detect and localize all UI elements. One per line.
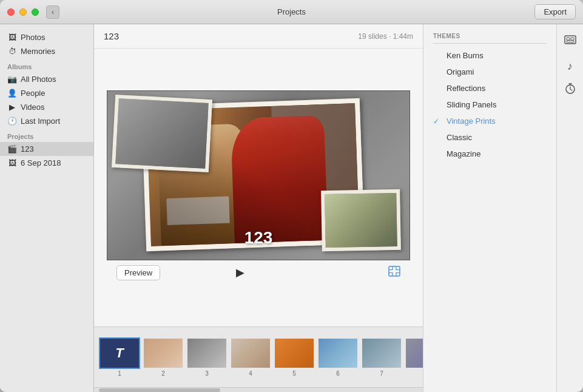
thumb-number-6: 6 (336, 370, 340, 377)
photos-icon: 🖼 (7, 33, 17, 42)
sidebar-item-project-123[interactable]: 🎬 123 (0, 142, 93, 156)
slideshow-svg-icon (564, 34, 577, 47)
slideshow-title: 123 (244, 228, 273, 248)
right-section: THEMES Ken Burns Origami Reflections (423, 24, 583, 392)
sidebar-item-people-label: People (21, 89, 45, 98)
thumbnail-7-inner (362, 339, 401, 368)
fullscreen-button[interactable] (388, 266, 400, 280)
fullscreen-icon (388, 266, 400, 277)
thumbnail-2-inner (144, 339, 183, 368)
secondary-photo (112, 94, 212, 172)
filmstrip: T 1 2 3 (94, 326, 423, 387)
right-panel: THEMES Ken Burns Origami Reflections (423, 24, 556, 392)
themes-list: Ken Burns Origami Reflections Sliding Pa… (423, 47, 556, 392)
theme-sliding-panels[interactable]: Sliding Panels (423, 96, 556, 113)
thumbnail-6[interactable] (317, 337, 359, 369)
svg-rect-3 (571, 38, 574, 40)
thumb-number-7: 7 (380, 370, 383, 377)
photo-collage: 123 (107, 91, 409, 260)
sidebar-item-memories[interactable]: ⏱ Memories (0, 44, 93, 58)
sidebar-item-people[interactable]: 👤 People (0, 86, 93, 100)
play-button[interactable]: ▶ (236, 266, 244, 279)
theme-classic-label: Classic (447, 133, 472, 142)
thumb-wrapper-1: T 1 (99, 337, 140, 377)
filmstrip-scrollbar[interactable] (94, 387, 423, 392)
minimize-button[interactable] (19, 8, 27, 16)
sidebar-item-photos-label: Photos (21, 33, 45, 42)
window-title: Projects (277, 7, 306, 16)
scrollbar-thumb[interactable] (99, 388, 220, 392)
thumbnail-7[interactable] (361, 337, 402, 369)
theme-origami[interactable]: Origami (423, 64, 556, 80)
theme-sliding-panels-label: Sliding Panels (447, 100, 496, 109)
sidebar-item-project-6sep[interactable]: 🖼 6 Sep 2018 (0, 156, 93, 170)
content-area: 123 19 slides · 1:44m (94, 24, 423, 392)
theme-vintage-prints-label: Vintage Prints (447, 117, 496, 126)
thumb-wrapper-5: 5 (274, 337, 315, 377)
content-title: 123 (104, 31, 119, 41)
sidebar-item-last-import[interactable]: 🕐 Last Import (0, 114, 93, 128)
thumbnail-3-inner (187, 339, 226, 368)
sidebar-item-photos[interactable]: 🖼 Photos (0, 30, 93, 44)
main-window: ‹ Projects Export 🖼 Photos ⏱ Memories Al… (0, 0, 583, 392)
thumb-wrapper-3: 3 (186, 337, 227, 377)
slideshow-inner: 123 (107, 91, 409, 260)
back-button[interactable]: ‹ (46, 5, 59, 19)
last-import-icon: 🕐 (7, 117, 17, 126)
thumbnail-8-inner (406, 339, 423, 368)
theme-classic[interactable]: Classic (423, 129, 556, 146)
thumbnail-4[interactable] (230, 337, 271, 369)
thumb-number-3: 3 (205, 370, 209, 377)
music-icon[interactable]: ♪ (567, 60, 573, 73)
albums-header: Albums (0, 58, 93, 72)
right-panel-icons: ♪ (556, 24, 583, 392)
projects-header: Projects (0, 128, 93, 142)
sidebar-item-project-123-label: 123 (21, 144, 34, 154)
thumbnail-8[interactable] (405, 337, 423, 369)
slideshow-preview: 123 (107, 90, 410, 260)
svg-rect-2 (567, 38, 570, 40)
export-button[interactable]: Export (534, 4, 576, 19)
theme-magazine[interactable]: Magazine (423, 146, 556, 162)
theme-origami-label: Origami (447, 67, 474, 76)
sidebar-item-memories-label: Memories (21, 47, 55, 56)
thumbnail-5[interactable] (274, 337, 315, 369)
theme-reflections-label: Reflections (447, 84, 485, 93)
thumb-number-2: 2 (161, 370, 165, 377)
timer-icon[interactable] (564, 83, 576, 98)
sidebar-item-last-import-label: Last Import (21, 117, 60, 126)
sidebar-item-all-photos[interactable]: 📷 All Photos (0, 72, 93, 86)
content-header: 123 19 slides · 1:44m (94, 24, 423, 49)
main-content: 🖼 Photos ⏱ Memories Albums 📷 All Photos … (0, 24, 583, 392)
thumbnail-3[interactable] (186, 337, 227, 369)
sidebar-item-project-6sep-label: 6 Sep 2018 (21, 158, 61, 167)
thumb-wrapper-2: 2 (143, 337, 184, 377)
timer-svg-icon (564, 83, 576, 95)
theme-reflections[interactable]: Reflections (423, 80, 556, 96)
themes-divider (433, 43, 547, 44)
thumb-wrapper-8: 8 (405, 337, 423, 377)
slideshow-icon[interactable] (564, 34, 577, 50)
tertiary-photo-inner (325, 192, 397, 247)
secondary-photo-inner (115, 98, 208, 169)
thumb-number-1: 1 (118, 370, 121, 377)
thumbnail-1[interactable]: T (99, 337, 140, 369)
thumbnail-5-inner (275, 339, 314, 368)
theme-vintage-prints[interactable]: ✓ Vintage Prints (423, 113, 556, 129)
thumbnail-2[interactable] (143, 337, 184, 369)
preview-button[interactable]: Preview (116, 265, 160, 280)
theme-ken-burns[interactable]: Ken Burns (423, 47, 556, 64)
maximize-button[interactable] (32, 8, 39, 16)
videos-icon: ▶ (7, 103, 17, 112)
controls-bar: Preview ▶ (107, 260, 410, 285)
project-6sep-icon: 🖼 (7, 158, 17, 167)
vintage-prints-checkmark: ✓ (433, 117, 442, 126)
svg-rect-4 (567, 41, 574, 42)
preview-area: 123 Preview ▶ (94, 49, 423, 326)
close-button[interactable] (7, 8, 15, 16)
all-photos-icon: 📷 (7, 75, 17, 84)
svg-rect-0 (389, 266, 400, 276)
sidebar-item-all-photos-label: All Photos (21, 75, 56, 84)
back-icon: ‹ (52, 8, 54, 16)
sidebar-item-videos[interactable]: ▶ Videos (0, 100, 93, 114)
